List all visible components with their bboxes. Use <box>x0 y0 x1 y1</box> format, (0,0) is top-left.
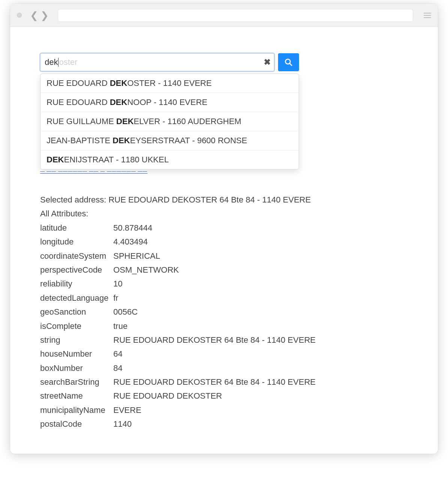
attribute-row: postalCode1140 <box>40 417 408 431</box>
suggestion-match: DEK <box>47 155 64 164</box>
attribute-key: municipalityName <box>40 403 113 417</box>
suggestion-item[interactable]: RUE GUILLAUME DEKELVER - 1160 AUDERGHEM <box>41 112 299 131</box>
attribute-key: streetName <box>40 389 113 403</box>
attribute-key: isComplete <box>40 319 113 333</box>
attribute-value: 50.878444 <box>113 221 408 235</box>
attribute-row: perspectiveCodeOSM_NETWORK <box>40 263 408 277</box>
all-attributes-label: All Attributes: <box>40 207 408 220</box>
attribute-value: OSM_NETWORK <box>113 263 408 277</box>
attribute-row: houseNumber64 <box>40 347 408 361</box>
attribute-value: 0056C <box>113 305 408 319</box>
attribute-key: latitude <box>40 221 113 235</box>
selected-address-value: RUE EDOUARD DEKOSTER 64 Bte 84 - 1140 EV… <box>108 195 311 204</box>
attribute-value: 10 <box>113 277 408 291</box>
search-button[interactable] <box>278 53 299 71</box>
suggestion-post: EYSERSTRAAT - 9600 RONSE <box>130 136 247 145</box>
attribute-key: boxNumber <box>40 361 113 375</box>
suggestion-pre: JEAN-BAPTISTE <box>47 136 113 145</box>
attribute-value: RUE EDOUARD DEKOSTER 64 Bte 84 - 1140 EV… <box>113 333 408 347</box>
window-control-dot[interactable] <box>17 13 22 18</box>
suggestion-item[interactable]: JEAN-BAPTISTE DEKEYSERSTRAAT - 9600 RONS… <box>41 131 299 150</box>
attribute-row: municipalityNameEVERE <box>40 403 408 417</box>
suggestion-post: ENIJSTRAAT - 1180 UKKEL <box>64 155 168 164</box>
clear-input-icon[interactable]: ✖ <box>264 53 271 71</box>
attribute-value: EVERE <box>113 403 408 417</box>
svg-point-0 <box>286 59 290 64</box>
suggestion-match: DEK <box>110 98 127 107</box>
attribute-row: latitude50.878444 <box>40 221 408 235</box>
attribute-key: houseNumber <box>40 347 113 361</box>
browser-titlebar: ❮ ❯ <box>10 4 438 27</box>
attribute-key: postalCode <box>40 417 113 431</box>
attribute-row: isCompletetrue <box>40 319 408 333</box>
attribute-row: stringRUE EDOUARD DEKOSTER 64 Bte 84 - 1… <box>40 333 408 347</box>
attribute-row: geoSanction0056C <box>40 305 408 319</box>
page-content: dek oster ✖ RUE EDOUARD DEKOSTER - 1140 … <box>10 27 438 454</box>
attribute-key: searchBarString <box>40 375 113 389</box>
suggestion-match: DEK <box>113 136 130 145</box>
attribute-row: streetNameRUE EDOUARD DEKOSTER <box>40 389 408 403</box>
attribute-row: coordinateSystemSPHERICAL <box>40 249 408 263</box>
suggestion-post: ELVER - 1160 AUDERGHEM <box>134 117 241 126</box>
suggestion-match: DEK <box>110 78 127 88</box>
nav-arrows: ❮ ❯ <box>29 10 50 20</box>
attribute-key: detectedLanguage <box>40 291 113 305</box>
suggestion-pre: RUE EDOUARD <box>47 78 110 88</box>
attribute-value: 64 <box>113 347 408 361</box>
attribute-key: longitude <box>40 235 113 249</box>
suggestion-match: DEK <box>116 117 134 126</box>
attribute-value: SPHERICAL <box>113 249 408 263</box>
suggestion-dropdown: RUE EDOUARD DEKOSTER - 1140 EVERERUE EDO… <box>40 74 299 170</box>
attribute-value: RUE EDOUARD DEKOSTER <box>113 389 408 403</box>
attribute-key: reliability <box>40 277 113 291</box>
results-section: Selected address: RUE EDOUARD DEKOSTER 6… <box>40 193 408 431</box>
attribute-value: true <box>113 319 408 333</box>
attribute-list: latitude50.878444longitude4.403494coordi… <box>40 221 408 431</box>
url-bar[interactable] <box>58 9 413 22</box>
attribute-row: boxNumber84 <box>40 361 408 375</box>
suggestion-post: OSTER - 1140 EVERE <box>127 78 212 88</box>
attribute-row: detectedLanguagefr <box>40 291 408 305</box>
svg-line-1 <box>290 63 292 66</box>
suggestion-item[interactable]: RUE EDOUARD DEKOSTER - 1140 EVERE <box>41 74 299 93</box>
attribute-value: fr <box>113 291 408 305</box>
attribute-value: 4.403494 <box>113 235 408 249</box>
address-search-input[interactable] <box>40 53 274 71</box>
search-icon <box>284 58 293 66</box>
suggestion-pre: RUE GUILLAUME <box>47 117 116 126</box>
suggestion-item[interactable]: DEKENIJSTRAAT - 1180 UKKEL <box>41 150 299 169</box>
attribute-row: longitude4.403494 <box>40 235 408 249</box>
selected-address-label: Selected address: <box>40 195 106 204</box>
search-box: dek oster ✖ <box>40 53 274 71</box>
menu-icon[interactable] <box>424 13 431 18</box>
attribute-value: 1140 <box>113 417 408 431</box>
attribute-value: RUE EDOUARD DEKOSTER 64 Bte 84 - 1140 EV… <box>113 375 408 389</box>
attribute-key: coordinateSystem <box>40 249 113 263</box>
nav-forward-icon[interactable]: ❯ <box>40 10 50 20</box>
obscured-link-fragment: — —— —————— —— — —————— —— <box>40 169 408 174</box>
attribute-value: 84 <box>113 361 408 375</box>
attribute-key: perspectiveCode <box>40 263 113 277</box>
attribute-row: searchBarStringRUE EDOUARD DEKOSTER 64 B… <box>40 375 408 389</box>
search-row: dek oster ✖ <box>40 53 299 71</box>
attribute-key: geoSanction <box>40 305 113 319</box>
selected-address-line: Selected address: RUE EDOUARD DEKOSTER 6… <box>40 193 408 207</box>
attribute-key: string <box>40 333 113 347</box>
suggestion-item[interactable]: RUE EDOUARD DEKNOOP - 1140 EVERE <box>41 93 299 112</box>
nav-back-icon[interactable]: ❮ <box>29 10 39 20</box>
attribute-row: reliability10 <box>40 277 408 291</box>
suggestion-post: NOOP - 1140 EVERE <box>127 98 207 107</box>
suggestion-pre: RUE EDOUARD <box>47 98 110 107</box>
browser-window: ❮ ❯ dek oster ✖ <box>10 4 438 454</box>
